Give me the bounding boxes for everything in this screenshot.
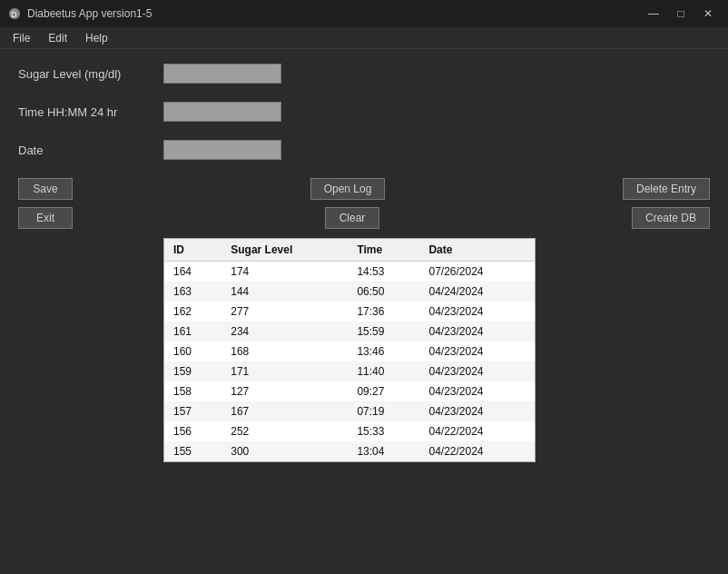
data-table-container: ID Sugar Level Time Date 16417414:5307/2… (163, 238, 536, 462)
title-bar-left: D Diabeetus App version1-5 (7, 6, 152, 21)
close-button[interactable]: ✕ (695, 4, 721, 24)
table-row[interactable]: 16123415:5904/23/2024 (164, 322, 535, 341)
table-row[interactable]: 16227717:3604/23/2024 (164, 302, 535, 322)
cell-time: 09:27 (348, 381, 419, 401)
cell-date: 04/23/2024 (419, 401, 535, 421)
col-sugar-level: Sugar Level (221, 239, 348, 262)
cell-id: 157 (164, 401, 221, 421)
sugar-level-row: Sugar Level (mg/dl) (18, 64, 710, 84)
cell-date: 04/23/2024 (419, 322, 535, 341)
sugar-level-label: Sugar Level (mg/dl) (18, 67, 163, 81)
cell-time: 11:40 (348, 361, 419, 381)
menu-help[interactable]: Help (76, 30, 117, 46)
cell-date: 04/23/2024 (419, 302, 535, 322)
data-table: ID Sugar Level Time Date 16417414:5307/2… (164, 239, 535, 461)
minimize-button[interactable]: — (641, 4, 666, 24)
date-row: Date (18, 140, 710, 160)
cell-time: 13:46 (348, 341, 419, 361)
table-header-row: ID Sugar Level Time Date (164, 239, 535, 262)
cell-id: 163 (164, 282, 221, 302)
time-input[interactable] (163, 102, 281, 122)
cell-sugarLevel: 252 (221, 421, 348, 441)
col-id: ID (164, 239, 221, 262)
cell-date: 04/23/2024 (419, 381, 535, 401)
date-label: Date (18, 144, 163, 157)
sugar-level-input[interactable] (163, 64, 281, 84)
cell-sugarLevel: 167 (221, 401, 348, 421)
cell-id: 160 (164, 341, 221, 361)
cell-date: 04/23/2024 (419, 361, 535, 381)
menu-edit[interactable]: Edit (39, 30, 76, 46)
table-row[interactable]: 15625215:3304/22/2024 (164, 421, 535, 441)
cell-id: 155 (164, 441, 221, 461)
exit-button[interactable]: Exit (18, 207, 73, 229)
cell-time: 13:04 (348, 441, 419, 461)
cell-time: 15:59 (348, 322, 419, 341)
cell-sugarLevel: 277 (221, 302, 348, 322)
cell-date: 04/22/2024 (419, 441, 535, 461)
table-row[interactable]: 16016813:4604/23/2024 (164, 341, 535, 361)
cell-id: 159 (164, 361, 221, 381)
table-row[interactable]: 15812709:2704/23/2024 (164, 381, 535, 401)
cell-sugarLevel: 144 (221, 282, 348, 302)
col-date: Date (419, 239, 535, 262)
table-row[interactable]: 15917111:4004/23/2024 (164, 361, 535, 381)
cell-sugarLevel: 168 (221, 341, 348, 361)
cell-date: 04/22/2024 (419, 421, 535, 441)
cell-sugarLevel: 171 (221, 361, 348, 381)
cell-date: 04/23/2024 (419, 341, 535, 361)
save-button[interactable]: Save (18, 178, 73, 200)
cell-sugarLevel: 174 (221, 262, 348, 282)
cell-date: 07/26/2024 (419, 262, 535, 282)
cell-id: 156 (164, 421, 221, 441)
table-row[interactable]: 15530013:0404/22/2024 (164, 441, 535, 461)
svg-text:D: D (11, 10, 17, 19)
cell-date: 04/24/2024 (419, 282, 535, 302)
time-row: Time HH:MM 24 hr (18, 102, 710, 122)
menu-file[interactable]: File (4, 30, 39, 46)
cell-sugarLevel: 127 (221, 381, 348, 401)
table-row[interactable]: 15716707:1904/23/2024 (164, 401, 535, 421)
main-content: Sugar Level (mg/dl) Time HH:MM 24 hr Dat… (0, 49, 728, 477)
app-icon: D (7, 6, 22, 21)
maximize-button[interactable]: □ (668, 4, 694, 24)
cell-id: 164 (164, 262, 221, 282)
cell-id: 158 (164, 381, 221, 401)
cell-time: 06:50 (348, 282, 419, 302)
time-label: Time HH:MM 24 hr (18, 105, 163, 119)
cell-sugarLevel: 300 (221, 441, 348, 461)
table-row[interactable]: 16417414:5307/26/2024 (164, 262, 535, 282)
create-db-button[interactable]: Create DB (632, 207, 710, 229)
title-bar: D Diabeetus App version1-5 — □ ✕ (0, 0, 728, 27)
cell-time: 14:53 (348, 262, 419, 282)
cell-time: 17:36 (348, 302, 419, 322)
cell-id: 161 (164, 322, 221, 341)
cell-time: 07:19 (348, 401, 419, 421)
window-controls: — □ ✕ (641, 4, 721, 24)
clear-button[interactable]: Clear (325, 207, 379, 229)
button-row-2: Exit Clear Create DB (18, 207, 710, 229)
open-log-button[interactable]: Open Log (310, 178, 386, 200)
col-time: Time (348, 239, 419, 262)
cell-id: 162 (164, 302, 221, 322)
cell-time: 15:33 (348, 421, 419, 441)
window-title: Diabeetus App version1-5 (27, 7, 152, 20)
date-input[interactable] (163, 140, 281, 160)
cell-sugarLevel: 234 (221, 322, 348, 341)
table-row[interactable]: 16314406:5004/24/2024 (164, 282, 535, 302)
button-row-1: Save Open Log Delete Entry (18, 178, 710, 200)
delete-entry-button[interactable]: Delete Entry (623, 178, 710, 200)
menu-bar: File Edit Help (0, 27, 728, 49)
